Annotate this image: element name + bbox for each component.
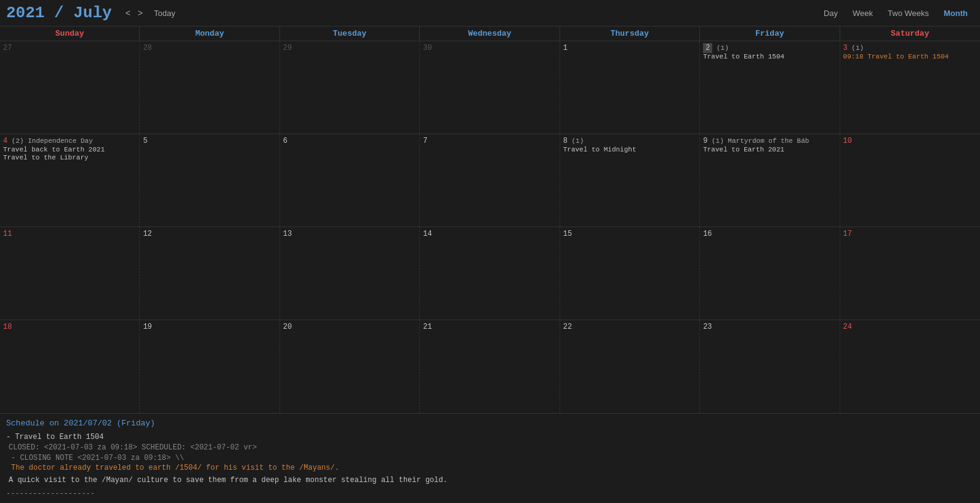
day-num: 29 — [283, 44, 292, 52]
day-cell-w0d5[interactable]: 2 (1)Travel to Earth 1504 — [700, 41, 840, 134]
day-cell-w1d5[interactable]: 9 (1) Martyrdom of the BábTravel to Eart… — [700, 134, 840, 227]
header: 2021 / July < > Today Day Week Two Weeks… — [0, 0, 980, 26]
view-twoweeks-button[interactable]: Two Weeks — [882, 7, 935, 20]
view-week-button[interactable]: Week — [846, 7, 879, 20]
schedule-items: - Travel to Earth 1504 CLOSED: <2021-07-… — [6, 433, 974, 485]
header-thursday: Thursday — [560, 26, 700, 41]
day-num: 5 — [143, 137, 147, 145]
day-cell-w3d3[interactable]: 21 — [420, 320, 560, 413]
sched-description: A quick visit to the /Mayan/ culture to … — [9, 476, 974, 485]
schedule-title: Schedule on 2021/07/02 (Friday) — [6, 419, 974, 428]
day-cell-w2d2[interactable]: 13 — [280, 227, 420, 320]
sched-closing-header: - CLOSING NOTE <2021-07-03 za 09:18> \\ — [11, 454, 974, 462]
day-cell-w3d6[interactable]: 24 — [840, 320, 980, 413]
day-cell-w1d4[interactable]: 8 (1)Travel to Midnight — [560, 134, 700, 227]
calendar-event[interactable]: Travel to Midnight — [563, 146, 696, 153]
day-num: 6 — [283, 137, 287, 145]
calendar-title: 2021 / July — [6, 4, 112, 22]
today-button[interactable]: Today — [149, 7, 180, 19]
sched-item-name: - Travel to Earth 1504 — [6, 433, 974, 441]
header-friday: Friday — [700, 26, 840, 41]
day-cell-w0d0[interactable]: 27 — [0, 41, 140, 134]
holiday-badge: (1) Martyrdom of the Báb — [707, 137, 809, 145]
day-num: 20 — [283, 323, 292, 331]
day-cell-w2d0[interactable]: 11 — [0, 227, 140, 320]
calendar: Sunday Monday Tuesday Wednesday Thursday… — [0, 26, 980, 413]
day-cell-w1d2[interactable]: 6 — [280, 134, 420, 227]
view-day-button[interactable]: Day — [817, 7, 844, 20]
holiday-badge: (1) — [568, 137, 584, 145]
day-num: 11 — [3, 230, 12, 238]
header-tuesday: Tuesday — [280, 26, 420, 41]
view-controls: Day Week Two Weeks Month — [817, 7, 974, 20]
day-num: 7 — [423, 137, 427, 145]
holiday-badge: (1) — [712, 44, 728, 52]
day-cell-w0d6[interactable]: 3 (1)09:18 Travel to Earth 1504 — [840, 41, 980, 134]
day-cell-w2d4[interactable]: 15 — [560, 227, 700, 320]
schedule-panel: Schedule on 2021/07/02 (Friday) - Travel… — [0, 413, 980, 503]
day-cell-w0d1[interactable]: 28 — [140, 41, 279, 134]
day-num: 24 — [843, 323, 852, 331]
day-num: 10 — [843, 137, 852, 145]
day-cell-w1d1[interactable]: 5 — [140, 134, 279, 227]
day-cell-w2d3[interactable]: 14 — [420, 227, 560, 320]
day-num: 1 — [563, 44, 568, 52]
schedule-separator: -------------------- — [6, 489, 974, 498]
day-cell-w0d3[interactable]: 30 — [420, 41, 560, 134]
header-monday: Monday — [140, 26, 279, 41]
calendar-event[interactable]: Travel back to Earth 2021 — [3, 146, 136, 153]
day-cell-w3d2[interactable]: 20 — [280, 320, 420, 413]
day-num: 30 — [423, 44, 432, 52]
week-row-0: 2728293012 (1)Travel to Earth 15043 (1)0… — [0, 41, 980, 134]
schedule-item: - Travel to Earth 1504 CLOSED: <2021-07-… — [6, 433, 974, 485]
day-num: 3 — [843, 44, 848, 52]
sched-closing-body: The doctor already traveled to earth /15… — [11, 464, 974, 472]
view-month-button[interactable]: Month — [938, 7, 974, 20]
prev-button[interactable]: < — [122, 7, 134, 19]
day-num: 18 — [3, 323, 12, 331]
day-num: 14 — [423, 230, 432, 238]
calendar-event[interactable]: Travel to Earth 1504 — [703, 53, 836, 60]
sched-item-closed: CLOSED: <2021-07-03 za 09:18> SCHEDULED:… — [9, 443, 974, 452]
day-num: 15 — [563, 230, 572, 238]
day-num: 12 — [143, 230, 151, 238]
day-num: 28 — [143, 44, 151, 52]
day-cell-w3d4[interactable]: 22 — [560, 320, 700, 413]
day-num: 21 — [423, 323, 432, 331]
header-sunday: Sunday — [0, 26, 140, 41]
holiday-badge: (1) — [848, 44, 864, 52]
day-cell-w2d1[interactable]: 12 — [140, 227, 279, 320]
holiday-badge: (2) Independence Day — [7, 137, 93, 145]
header-saturday: Saturday — [840, 26, 980, 41]
week-row-3: 18192021222324 — [0, 320, 980, 413]
calendar-event[interactable]: 09:18 Travel to Earth 1504 — [843, 53, 977, 60]
day-num: 2 — [703, 43, 712, 53]
header-wednesday: Wednesday — [420, 26, 560, 41]
day-cell-w1d0[interactable]: 4 (2) Independence DayTravel back to Ear… — [0, 134, 140, 227]
day-cell-w1d3[interactable]: 7 — [420, 134, 560, 227]
year-label: 2021 — [6, 4, 44, 22]
day-num: 8 — [563, 137, 568, 145]
day-num: 22 — [563, 323, 572, 331]
month-label: July — [73, 4, 111, 22]
day-cell-w2d6[interactable]: 17 — [840, 227, 980, 320]
week-row-2: 11121314151617 — [0, 227, 980, 320]
day-cell-w0d4[interactable]: 1 — [560, 41, 700, 134]
next-button[interactable]: > — [134, 7, 147, 19]
calendar-event[interactable]: Travel to the Library — [3, 154, 136, 161]
calendar-event[interactable]: Travel to Earth 2021 — [703, 146, 836, 153]
day-num: 23 — [703, 323, 712, 331]
day-cell-w0d2[interactable]: 29 — [280, 41, 420, 134]
day-cell-w3d0[interactable]: 18 — [0, 320, 140, 413]
day-cell-w3d1[interactable]: 19 — [140, 320, 279, 413]
day-num: 19 — [143, 323, 151, 331]
week-row-1: 4 (2) Independence DayTravel back to Ear… — [0, 134, 980, 227]
day-cell-w3d5[interactable]: 23 — [700, 320, 840, 413]
day-num: 16 — [703, 230, 712, 238]
calendar-weeks: 2728293012 (1)Travel to Earth 15043 (1)0… — [0, 41, 980, 413]
day-cell-w1d6[interactable]: 10 — [840, 134, 980, 227]
day-num: 27 — [3, 44, 12, 52]
day-headers: Sunday Monday Tuesday Wednesday Thursday… — [0, 26, 980, 41]
day-num: 17 — [843, 230, 852, 238]
day-cell-w2d5[interactable]: 16 — [700, 227, 840, 320]
